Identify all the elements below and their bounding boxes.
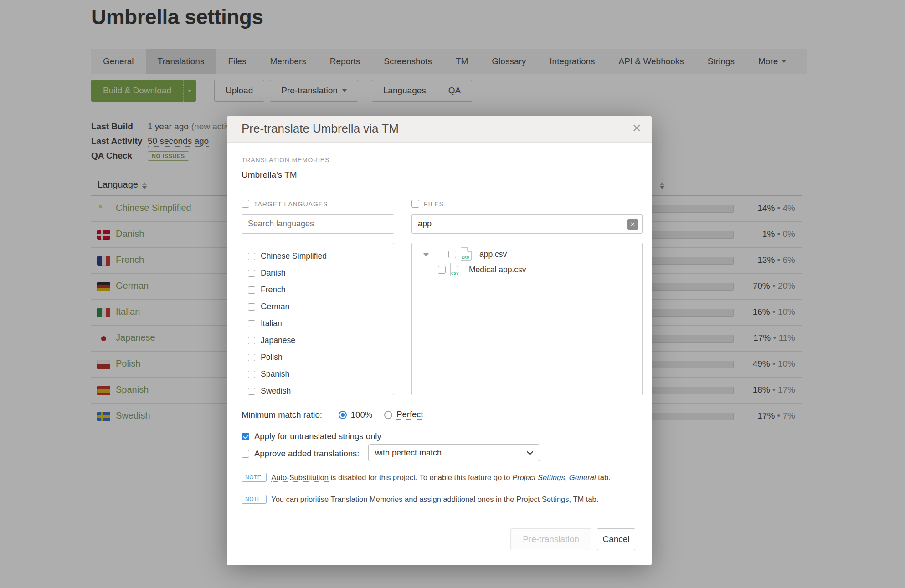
target-languages-checkbox[interactable]: [242, 200, 249, 208]
radio-selected[interactable]: [339, 411, 347, 419]
language-option-label: Chinese Simplified: [261, 251, 327, 261]
ratio-option-100[interactable]: 100%: [339, 410, 372, 420]
match-ratio-row: Minimum match ratio: 100% Perfect: [242, 409, 423, 420]
language-option-label: Japanese: [261, 336, 295, 345]
tm-section-label: TRANSLATION MEMORIES: [242, 156, 329, 164]
dialog-header: Pre-translate Umbrella via TM ✕: [227, 116, 652, 143]
collapse-icon[interactable]: [423, 253, 429, 256]
auto-substitution-link[interactable]: Auto-Substitution: [271, 473, 329, 482]
language-option-checkbox[interactable]: [248, 303, 255, 311]
files-label: FILES: [424, 200, 444, 208]
language-option[interactable]: Spanish: [248, 366, 394, 383]
language-option-label: Danish: [261, 268, 285, 278]
files-header: FILES: [411, 200, 444, 208]
language-option-checkbox[interactable]: [248, 371, 255, 378]
language-option[interactable]: Chinese Simplified: [248, 248, 394, 265]
apply-untranslated-row[interactable]: Apply for untranslated strings only: [242, 431, 381, 441]
tm-name: Umbrella's TM: [242, 170, 297, 180]
approve-translations-label: Approve added translations:: [254, 449, 359, 459]
approve-mode-value: with perfect match: [375, 448, 442, 458]
csv-file-icon: csv: [461, 247, 472, 261]
language-option-label: German: [261, 302, 289, 312]
note-badge: NOTE!: [242, 473, 267, 482]
files-filter-input[interactable]: app ✕: [411, 214, 643, 234]
radio-unselected[interactable]: [384, 411, 392, 419]
language-option[interactable]: French: [248, 281, 394, 298]
language-option-label: Polish: [261, 353, 283, 362]
file-name[interactable]: app.csv: [479, 250, 507, 259]
language-option-checkbox[interactable]: [248, 388, 255, 395]
pre-translate-dialog: Pre-translate Umbrella via TM ✕ TRANSLAT…: [227, 116, 652, 565]
language-option[interactable]: Japanese: [248, 332, 394, 349]
language-option-checkbox[interactable]: [248, 270, 255, 277]
chevron-down-icon: [527, 449, 533, 455]
language-option-label: Italian: [261, 319, 282, 328]
language-option-label: Spanish: [261, 369, 289, 379]
note-auto-substitution: NOTE!Auto-Substitution is disabled for t…: [242, 473, 633, 483]
target-languages-label: TARGET LANGUAGES: [254, 200, 328, 208]
file-name[interactable]: Medical app.csv: [469, 265, 526, 275]
target-languages-header: TARGET LANGUAGES: [242, 200, 328, 208]
file-checkbox[interactable]: [438, 266, 446, 274]
language-option-checkbox[interactable]: [248, 337, 255, 344]
language-option[interactable]: Polish: [248, 349, 394, 366]
language-option[interactable]: Italian: [248, 315, 394, 332]
approve-mode-select[interactable]: with perfect match: [368, 444, 540, 461]
file-checkbox[interactable]: [448, 251, 456, 258]
language-option-checkbox[interactable]: [248, 354, 255, 361]
language-option[interactable]: Danish: [248, 265, 394, 281]
match-ratio-label: Minimum match ratio:: [242, 410, 322, 420]
note-badge: NOTE!: [242, 495, 267, 504]
cancel-button[interactable]: Cancel: [597, 528, 635, 550]
note-prioritise-tm: NOTE!You can prioritise Translation Memo…: [242, 495, 633, 505]
files-tree[interactable]: csv app.csv csv Medical app.csv: [411, 243, 643, 395]
ratio-option-perfect[interactable]: Perfect: [384, 409, 423, 420]
page-root: Umbrella settings General Translations F…: [0, 0, 905, 588]
language-option-label: Swedish: [261, 386, 291, 395]
close-icon: ✕: [630, 221, 635, 228]
footer-divider: [227, 521, 652, 521]
language-option-checkbox[interactable]: [248, 286, 255, 294]
language-option-checkbox[interactable]: [248, 253, 255, 260]
close-icon[interactable]: ✕: [632, 122, 642, 135]
clear-filter-button[interactable]: ✕: [627, 219, 638, 230]
apply-untranslated-checkbox[interactable]: [242, 433, 249, 440]
language-option-label: French: [261, 285, 285, 295]
approve-translations-checkbox[interactable]: [242, 450, 249, 458]
dialog-title: Pre-translate Umbrella via TM: [242, 122, 399, 136]
language-option-checkbox[interactable]: [248, 320, 255, 327]
language-option[interactable]: German: [248, 298, 394, 315]
files-filter-value: app: [418, 219, 432, 229]
language-option[interactable]: Swedish: [248, 383, 394, 395]
apply-untranslated-label: Apply for untranslated strings only: [254, 431, 381, 441]
languages-listbox[interactable]: Chinese Simplified Danish French German …: [242, 243, 394, 395]
files-checkbox[interactable]: [411, 200, 419, 208]
search-languages-input[interactable]: [242, 214, 394, 234]
pre-translation-submit-button[interactable]: Pre-translation: [510, 528, 591, 550]
approve-translations-row[interactable]: Approve added translations:: [242, 449, 359, 459]
csv-file-icon: csv: [450, 263, 461, 276]
